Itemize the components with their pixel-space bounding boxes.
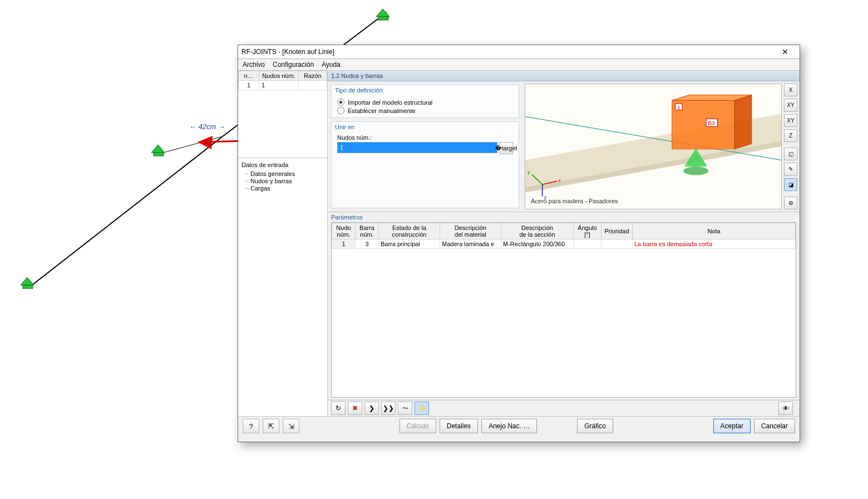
- svg-marker-14: [734, 95, 752, 149]
- mini-delete[interactable]: ✖: [348, 402, 362, 415]
- hdr-member: Barra núm.: [356, 223, 379, 239]
- parameters-section: Parámetros Nudo núm. Barra núm. Estado d…: [328, 212, 800, 416]
- view-tool-shade[interactable]: ◪: [784, 178, 797, 191]
- input-data-tree[interactable]: Datos de entrada Datos generales Nudos y…: [238, 158, 327, 416]
- dialog-footer: ? ⇱ ⇲ Cálculo Detalles Anejo Nac. … Gráf…: [238, 417, 800, 436]
- hdr-node: Nudo núm.: [332, 223, 356, 239]
- window-title: RF-JOINTS - [Knoten auf Linie]: [241, 48, 334, 56]
- view-tool-settings[interactable]: ⚙: [784, 197, 797, 209]
- hdr-angle: Ángulo [°]: [574, 223, 601, 239]
- dimension-label: ← 42cm →: [189, 123, 225, 131]
- graphic-button[interactable]: Gráfico: [577, 419, 613, 433]
- hdr-status: Estado de la construcción: [379, 223, 440, 239]
- view-tool-xy[interactable]: XY: [784, 99, 797, 111]
- radio-icon: [337, 99, 344, 106]
- forms-area: Tipo de definición Importar del modelo e…: [328, 81, 522, 212]
- view-tool-iso[interactable]: ◱: [784, 148, 797, 160]
- nodes-input[interactable]: [337, 142, 497, 153]
- preview-caption: Acero para madera - Pasadores: [531, 198, 618, 204]
- close-button[interactable]: ✕: [774, 46, 796, 58]
- group-title-join: Unir en: [332, 122, 519, 132]
- svg-marker-6: [151, 145, 165, 153]
- svg-rect-9: [23, 285, 33, 288]
- svg-marker-8: [21, 277, 34, 285]
- cancel-button[interactable]: Cancelar: [754, 419, 795, 433]
- view-toolbar: X XY XY Z ◱ ✎ ◪ ⚙: [784, 84, 797, 209]
- parameters-table[interactable]: Nudo núm. Barra núm. Estado de la constr…: [331, 222, 796, 398]
- radio-manual[interactable]: Establecer manualmente: [337, 107, 513, 114]
- view-tool-z[interactable]: Z: [784, 129, 797, 142]
- view-tool-xy2[interactable]: XY: [784, 114, 797, 127]
- svg-point-19: [683, 167, 708, 175]
- content-header: 1.2 Nudos y barras: [328, 71, 800, 81]
- tree-item-general[interactable]: Datos generales: [245, 170, 324, 178]
- group-definition-type: Tipo de definición Importar del modelo e…: [331, 85, 519, 118]
- group-title-definition: Tipo de definición: [332, 85, 519, 95]
- ok-button[interactable]: Aceptar: [713, 419, 751, 433]
- preview-3d[interactable]: 1 B3 x y: [525, 84, 782, 209]
- case-list[interactable]: n… Nudos núm. Razón 1 1: [238, 71, 327, 158]
- view-tool-x[interactable]: X: [784, 84, 797, 96]
- group-join-in: Unir en Nudos núm.: �target: [331, 121, 519, 208]
- tree-title: Datos de entrada: [241, 162, 324, 168]
- mini-last[interactable]: ❯❯: [381, 402, 396, 415]
- mini-highlight[interactable]: ✨: [415, 402, 429, 415]
- import-button[interactable]: ⇲: [283, 419, 299, 433]
- mini-refresh[interactable]: ↻: [331, 402, 346, 415]
- hdr-priority: Prioridad: [601, 223, 633, 239]
- param-row[interactable]: 1 3 Barra principal Madera laminada e M-…: [332, 239, 796, 249]
- warning-note: La barra es demasiada corta: [633, 239, 796, 249]
- svg-marker-3: [198, 136, 213, 149]
- export-button[interactable]: ⇱: [263, 419, 279, 433]
- titlebar[interactable]: RF-JOINTS - [Knoten auf Linie] ✕: [238, 45, 800, 59]
- params-action-row: ↻ ✖ ❯ ❯❯ ⤳ ✨ 👁: [328, 400, 800, 416]
- nodes-label: Nudos núm.:: [337, 134, 513, 141]
- member-label: B3: [708, 120, 715, 126]
- svg-text:x: x: [558, 178, 561, 183]
- visibility-toggle[interactable]: 👁: [778, 402, 793, 415]
- menu-help[interactable]: Ayuda: [322, 61, 341, 69]
- col-reason[interactable]: Razón: [299, 71, 327, 81]
- hdr-material: Descripción del material: [440, 223, 501, 239]
- mini-pick[interactable]: ⤳: [398, 402, 412, 415]
- svg-rect-7: [154, 153, 164, 156]
- view-tool-edit[interactable]: ✎: [784, 163, 797, 175]
- pick-node-button[interactable]: �target: [500, 142, 513, 154]
- right-panel: 1.2 Nudos y barras Tipo de definición Im…: [328, 71, 800, 416]
- details-button[interactable]: Detalles: [440, 419, 478, 433]
- hdr-note: Nota: [633, 223, 796, 239]
- svg-line-1: [161, 136, 223, 153]
- mini-next[interactable]: ❯: [364, 402, 379, 415]
- calc-button[interactable]: Cálculo: [400, 419, 436, 433]
- annex-button[interactable]: Anejo Nac. …: [481, 419, 537, 433]
- col-num[interactable]: n…: [239, 71, 259, 81]
- hdr-section: Descripción de la sección: [501, 223, 574, 239]
- tree-item-loads[interactable]: Cargas: [245, 185, 324, 192]
- svg-rect-5: [378, 17, 388, 20]
- svg-marker-4: [376, 9, 389, 17]
- tree-item-nodes-members[interactable]: Nudos y barras: [245, 178, 324, 185]
- radio-import[interactable]: Importar del modelo estructural: [337, 99, 513, 106]
- help-button[interactable]: ?: [243, 419, 259, 433]
- left-panel: n… Nudos núm. Razón 1 1 Datos de entrada: [238, 71, 328, 416]
- menu-bar: Archivo Configuración Ayuda: [238, 59, 800, 71]
- svg-text:y: y: [527, 169, 530, 175]
- parameters-title: Parámetros: [328, 212, 800, 222]
- col-nodes[interactable]: Nudos núm.: [259, 71, 299, 81]
- rf-joints-dialog: RF-JOINTS - [Knoten auf Linie] ✕ Archivo…: [238, 45, 800, 442]
- svg-line-2: [33, 136, 223, 284]
- menu-file[interactable]: Archivo: [243, 61, 265, 69]
- case-row[interactable]: 1 1: [239, 81, 327, 90]
- menu-config[interactable]: Configuración: [273, 61, 314, 69]
- radio-icon: [337, 107, 344, 114]
- node-label: 1: [677, 104, 680, 110]
